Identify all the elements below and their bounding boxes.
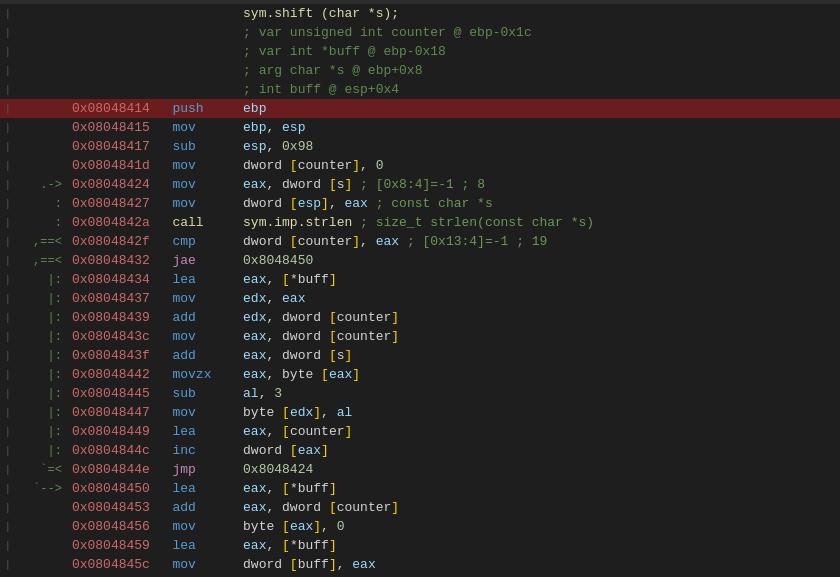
gutter-cell: |: [0, 498, 16, 517]
label-cell: [16, 555, 68, 574]
addr-cell: 0x08048439: [68, 308, 157, 327]
mnemonic-cell: mov: [170, 327, 239, 346]
gutter-cell: |: [0, 327, 16, 346]
gutter-cell: |: [0, 194, 16, 213]
mnemonic-cell: cmp: [170, 232, 239, 251]
addr-cell: 0x08048437: [68, 289, 157, 308]
table-row: ||:0x0804843faddeax, dword [s]: [0, 346, 840, 365]
table-row: ||:0x08048449leaeax, [counter]: [0, 422, 840, 441]
table-row: ||:0x0804844cincdword [eax]: [0, 441, 840, 460]
table-row: |0x08048459leaeax, [*buff]: [0, 536, 840, 555]
operands-cell: 0x8048424: [239, 460, 840, 479]
addr-cell: 0x0804843c: [68, 327, 157, 346]
mnemonic-cell: sub: [170, 137, 239, 156]
mnemonic-cell: add: [170, 346, 239, 365]
mnemonic-cell: jmp: [170, 460, 239, 479]
gutter-cell: |: [0, 175, 16, 194]
mnemonic-cell: lea: [170, 536, 239, 555]
gutter-cell: |: [0, 536, 16, 555]
label-cell: [16, 80, 68, 99]
mnemonic-cell: lea: [170, 479, 239, 498]
operands-cell: edx, dword [counter]: [239, 308, 840, 327]
table-row: ||:0x08048439addedx, dword [counter]: [0, 308, 840, 327]
operands-cell: dword [esp], eax ; const char *s: [239, 194, 840, 213]
label-cell: [16, 99, 68, 118]
label-cell: ,==<: [16, 251, 68, 270]
table-row: |,==<0x08048432jae0x8048450: [0, 251, 840, 270]
label-cell: .->: [16, 175, 68, 194]
table-row: |`-->0x08048450leaeax, [*buff]: [0, 479, 840, 498]
table-row: |0x08048456movbyte [eax], 0: [0, 517, 840, 536]
operands-cell: eax, dword [s] ; [0x8:4]=-1 ; 8: [239, 175, 840, 194]
addr-cell: 0x0804842f: [68, 232, 157, 251]
operands-cell: dword [counter], eax ; [0x13:4]=-1 ; 19: [239, 232, 840, 251]
label-cell: [16, 23, 68, 42]
table-row: |:0x08048427movdword [esp], eax ; const …: [0, 194, 840, 213]
table-row: |0x0804841dmovdword [counter], 0: [0, 156, 840, 175]
table-row: |0x08048453addeax, dword [counter]: [0, 498, 840, 517]
mnemonic-cell: [170, 80, 239, 99]
addr-cell: 0x0804841d: [68, 156, 157, 175]
label-cell: |:: [16, 441, 68, 460]
gutter-cell: |: [0, 270, 16, 289]
code-table: |sym.shift (char *s);|; var unsigned int…: [0, 4, 840, 577]
mnemonic-cell: [170, 61, 239, 80]
addr-cell: 0x08048424: [68, 175, 157, 194]
addr-cell: 0x0804845c: [68, 555, 157, 574]
label-cell: [16, 517, 68, 536]
gutter-cell: |: [0, 99, 16, 118]
addr-cell: 0x08048414: [68, 99, 157, 118]
label-cell: :: [16, 213, 68, 232]
operands-cell: edx, eax: [239, 289, 840, 308]
gutter-cell: |: [0, 23, 16, 42]
gutter-cell: |: [0, 441, 16, 460]
addr-cell: 0x0804844e: [68, 460, 157, 479]
table-row: |,==<0x0804842fcmpdword [counter], eax ;…: [0, 232, 840, 251]
gutter-cell: |: [0, 232, 16, 251]
operands-cell: sym.imp.strlen ; size_t strlen(const cha…: [239, 213, 840, 232]
table-row: |sym.shift (char *s);: [0, 4, 840, 23]
gutter-cell: |: [0, 422, 16, 441]
mnemonic-cell: [170, 4, 239, 23]
table-row: |; arg char *s @ ebp+0x8: [0, 61, 840, 80]
gutter-cell: |: [0, 213, 16, 232]
table-row: |0x08048415movebp, esp: [0, 118, 840, 137]
mnemonic-cell: push: [170, 99, 239, 118]
table-row: |0x08048414pushebp: [0, 99, 840, 118]
gutter-cell: |: [0, 156, 16, 175]
addr-cell: 0x08048456: [68, 517, 157, 536]
addr-cell: 0x08048449: [68, 422, 157, 441]
operands-cell: al, 3: [239, 384, 840, 403]
addr-cell: 0x08048434: [68, 270, 157, 289]
label-cell: |:: [16, 422, 68, 441]
operands-cell: dword [buff], eax: [239, 555, 840, 574]
mnemonic-cell: mov: [170, 194, 239, 213]
mnemonic-cell: add: [170, 308, 239, 327]
label-cell: ,==<: [16, 232, 68, 251]
mnemonic-cell: mov: [170, 289, 239, 308]
operands-cell: eax, dword [s]: [239, 346, 840, 365]
addr-cell: [68, 42, 157, 61]
table-row: |.->0x08048424moveax, dword [s] ; [0x8:4…: [0, 175, 840, 194]
addr-cell: [68, 4, 157, 23]
addr-cell: 0x08048432: [68, 251, 157, 270]
addr-cell: [68, 23, 157, 42]
label-cell: [16, 118, 68, 137]
addr-cell: 0x08048415: [68, 118, 157, 137]
mnemonic-cell: jae: [170, 251, 239, 270]
mnemonic-cell: add: [170, 498, 239, 517]
label-cell: |:: [16, 403, 68, 422]
mnemonic-cell: lea: [170, 270, 239, 289]
gutter-cell: |: [0, 308, 16, 327]
addr-cell: [68, 80, 157, 99]
gutter-cell: |: [0, 479, 16, 498]
table-row: |; int buff @ esp+0x4: [0, 80, 840, 99]
gutter-cell: |: [0, 384, 16, 403]
gutter-cell: |: [0, 365, 16, 384]
label-cell: `-->: [16, 479, 68, 498]
addr-cell: [68, 61, 157, 80]
mnemonic-cell: mov: [170, 517, 239, 536]
table-row: |0x08048417subesp, 0x98: [0, 137, 840, 156]
addr-cell: 0x0804843f: [68, 346, 157, 365]
table-row: ||:0x08048447movbyte [edx], al: [0, 403, 840, 422]
